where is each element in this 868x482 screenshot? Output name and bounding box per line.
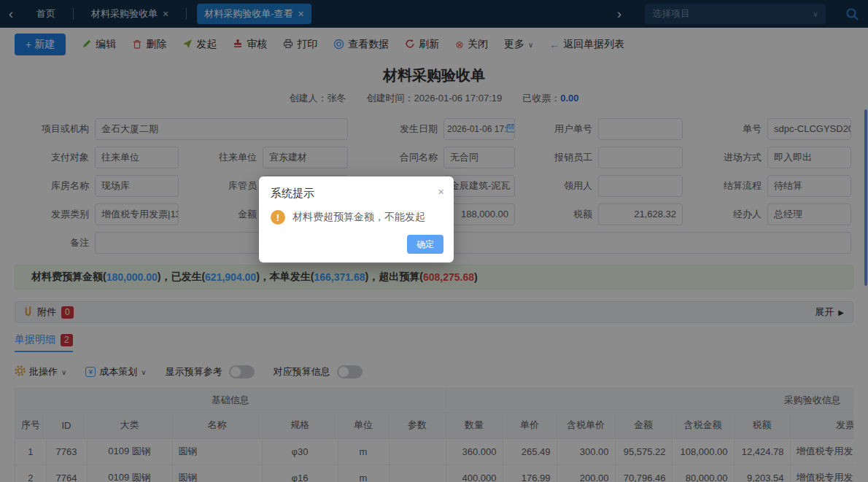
dialog-ok-button[interactable]: 确定 [407, 235, 443, 254]
dialog-title: 系统提示 [259, 176, 454, 201]
dialog-message: 材料费超预算金额，不能发起 [292, 211, 425, 224]
system-prompt-dialog: 系统提示 × ! 材料费超预算金额，不能发起 确定 [259, 176, 454, 263]
app-window: ‹ 首页 材料采购验收单 × 材料采购验收单-查看 × › 选择项目 ∨ + [0, 0, 868, 482]
warning-icon: ! [271, 210, 285, 225]
dialog-close-icon[interactable]: × [438, 186, 444, 197]
